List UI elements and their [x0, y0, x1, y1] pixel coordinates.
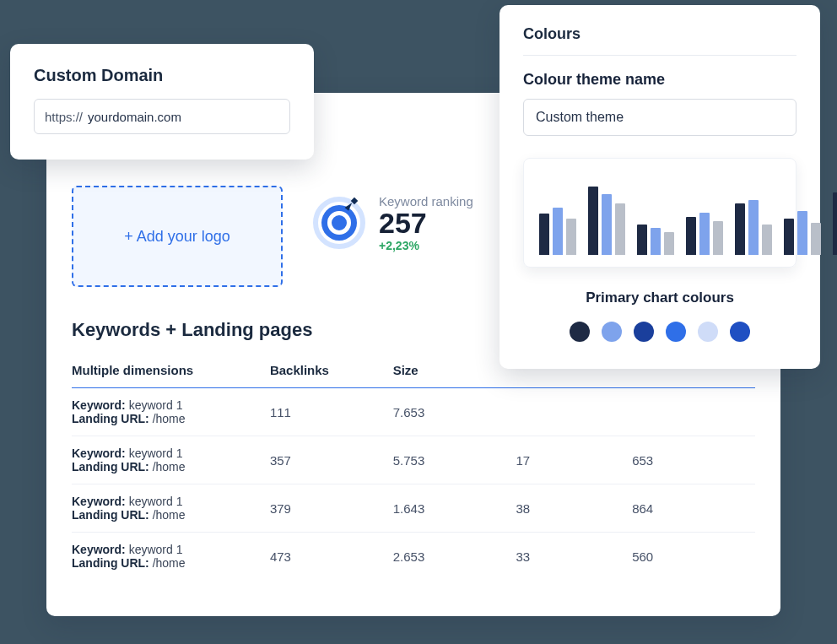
- bar-group: [784, 211, 821, 255]
- add-logo-button[interactable]: + Add your logo: [72, 186, 283, 287]
- bar: [686, 217, 696, 255]
- bar: [699, 213, 710, 255]
- table-row: Keyword: keyword 1Landing URL: /home3791…: [72, 484, 755, 533]
- bar: [588, 187, 598, 255]
- bar-group: [686, 213, 723, 255]
- custom-domain-title: Custom Domain: [34, 66, 290, 85]
- bar: [762, 225, 772, 255]
- bar: [664, 232, 674, 255]
- bar-group: [833, 188, 837, 255]
- colours-panel-title: Colours: [523, 25, 796, 56]
- domain-input[interactable]: [88, 110, 279, 124]
- custom-domain-card: Custom Domain https://: [10, 44, 314, 160]
- bar: [833, 192, 837, 255]
- bar: [602, 194, 612, 255]
- col-header: Backlinks: [270, 354, 393, 388]
- colour-swatch[interactable]: [634, 322, 654, 342]
- metric-delta: +2,23%: [379, 239, 473, 252]
- colour-swatch[interactable]: [570, 322, 590, 342]
- bar: [713, 221, 723, 255]
- keyword-ranking-metric: Keyword ranking 257 +2,23%: [313, 194, 473, 252]
- target-icon: [313, 197, 365, 249]
- metric-value: 257: [379, 208, 473, 239]
- swatch-row: [523, 322, 796, 342]
- protocol-label: https://: [45, 110, 83, 124]
- bar: [637, 225, 647, 255]
- table-row: Keyword: keyword 1Landing URL: /home1117…: [72, 388, 755, 436]
- bar: [748, 200, 759, 255]
- bar: [615, 203, 625, 255]
- theme-name-input[interactable]: [523, 99, 796, 136]
- keywords-table: Multiple dimensions Backlinks Size Keywo…: [72, 354, 755, 580]
- colour-swatch[interactable]: [730, 322, 750, 342]
- table-row: Keyword: keyword 1Landing URL: /home4732…: [72, 533, 755, 581]
- theme-name-label: Colour theme name: [523, 71, 796, 89]
- domain-input-wrapper[interactable]: https://: [34, 99, 290, 134]
- bar: [735, 203, 745, 255]
- theme-preview-chart: [523, 158, 796, 268]
- bar-group: [588, 187, 625, 255]
- table-row: Keyword: keyword 1Landing URL: /home3575…: [72, 436, 755, 484]
- bar: [651, 228, 661, 255]
- colour-swatch[interactable]: [602, 322, 622, 342]
- add-logo-label: + Add your logo: [124, 228, 230, 246]
- bar-group: [735, 200, 772, 255]
- bar: [539, 214, 549, 256]
- bar: [566, 219, 576, 255]
- primary-colours-label: Primary chart colours: [523, 290, 796, 306]
- bar: [784, 219, 794, 255]
- bar-group: [637, 225, 674, 255]
- bar-group: [539, 208, 576, 255]
- bar: [811, 223, 821, 255]
- col-header: Multiple dimensions: [72, 354, 270, 388]
- bar: [553, 208, 563, 255]
- colour-swatch[interactable]: [666, 322, 686, 342]
- colours-panel: Colours Colour theme name Primary chart …: [500, 5, 820, 369]
- col-header: Size: [393, 354, 516, 388]
- colour-swatch[interactable]: [698, 322, 718, 342]
- bar: [797, 211, 807, 255]
